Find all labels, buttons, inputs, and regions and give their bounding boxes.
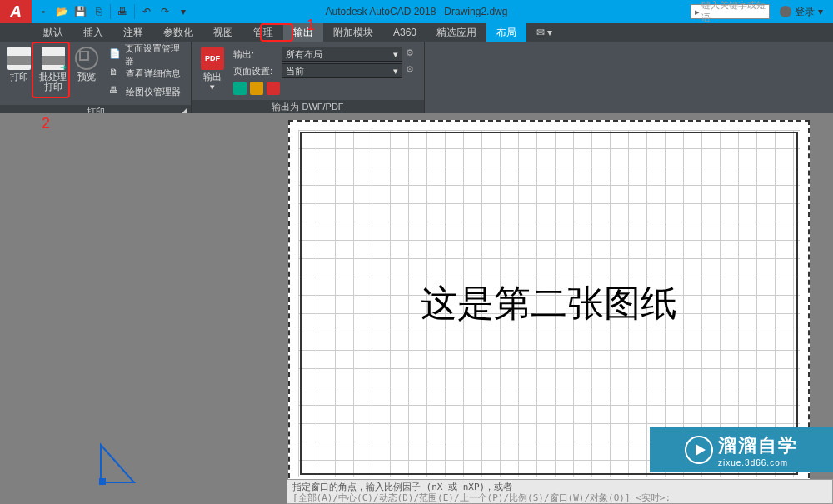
tab-output[interactable]: 输出 xyxy=(283,23,323,42)
tab-featured[interactable]: 精选应用 xyxy=(426,23,486,42)
tab-a360[interactable]: A360 xyxy=(383,23,426,42)
annotation-label-1: 1 xyxy=(307,17,315,34)
ribbon-panel-print: 打印 ➜ 批处理 打印 预览 📄 页面设置管理器 🗎 查看详细信息 xyxy=(0,42,192,113)
dwfx-icon[interactable] xyxy=(250,82,263,95)
title-bar: A ▫ 📂 💾 ⎘ 🖶 ↶ ↷ ▾ Autodesk AutoCAD 2018 … xyxy=(0,0,833,23)
tab-mail-icon[interactable]: ✉ ▾ xyxy=(526,27,562,38)
export-button[interactable]: PDF 输出▾ xyxy=(195,45,230,97)
output-settings-icon[interactable]: ⚙ xyxy=(406,47,419,61)
tab-manage[interactable]: 管理 xyxy=(243,23,283,42)
tab-view[interactable]: 视图 xyxy=(203,23,243,42)
ribbon-tabs: 默认 插入 注释 参数化 视图 管理 输出 附加模块 A360 精选应用 布局 … xyxy=(0,23,833,42)
printer-icon xyxy=(7,47,31,70)
batch-print-button[interactable]: ➜ 批处理 打印 xyxy=(37,45,68,102)
preview-button[interactable]: 预览 xyxy=(71,45,102,102)
tab-annotate[interactable]: 注释 xyxy=(113,23,153,42)
new-icon[interactable]: ▫ xyxy=(35,3,52,20)
redo-icon[interactable]: ↷ xyxy=(157,3,173,20)
ucs-icon[interactable] xyxy=(97,437,147,490)
tab-insert[interactable]: 插入 xyxy=(73,23,113,42)
page-setup-label: 页面设置: xyxy=(233,65,278,77)
command-line[interactable]: 指定窗口的角点，输入比例因子 (nX 或 nXP)，或者 [全部(A)/中心(C… xyxy=(287,479,833,504)
drawing-area[interactable]: 这是第二张图纸 溜溜自学 zixue.3d66.com 指定窗口的角点，输入比例… xyxy=(0,113,833,504)
saveas-icon[interactable]: ⎘ xyxy=(90,3,107,20)
panel-export-title: 输出为 DWF/PDF xyxy=(192,100,424,113)
login-button[interactable]: 登录 ▾ xyxy=(773,5,830,19)
window-title: Autodesk AutoCAD 2018 Drawing2.dwg xyxy=(326,6,508,17)
preview-icon xyxy=(75,47,98,70)
title-right: 键入关键字或短语 登录 ▾ xyxy=(691,4,833,19)
details-icon: 🗎 xyxy=(109,67,122,80)
page-setup-settings-icon[interactable]: ⚙ xyxy=(406,64,419,77)
svg-rect-0 xyxy=(99,478,106,485)
page-setup-icon: 📄 xyxy=(109,48,121,62)
print-button[interactable]: 打印 xyxy=(3,45,35,102)
pdf-icon-small[interactable] xyxy=(267,82,280,95)
play-icon xyxy=(685,436,713,464)
open-icon[interactable]: 📂 xyxy=(53,3,70,20)
annotation-label-2: 2 xyxy=(42,115,50,132)
qat-dropdown-icon[interactable]: ▾ xyxy=(175,3,192,20)
output-dropdown[interactable]: 所有布局 xyxy=(282,47,402,62)
quick-access-toolbar: ▫ 📂 💾 ⎘ 🖶 ↶ ↷ ▾ xyxy=(32,3,192,20)
tab-addins[interactable]: 附加模块 xyxy=(323,23,383,42)
undo-icon[interactable]: ↶ xyxy=(138,3,155,20)
export-settings: 输出: 所有布局 ⚙ 页面设置: 当前 ⚙ xyxy=(232,45,421,97)
dwf-icon[interactable] xyxy=(233,82,247,95)
tab-layout[interactable]: 布局 xyxy=(486,23,526,42)
watermark: 溜溜自学 zixue.3d66.com xyxy=(650,427,833,472)
tab-default[interactable]: 默认 xyxy=(33,23,73,42)
avatar-icon xyxy=(780,6,791,17)
save-icon[interactable]: 💾 xyxy=(72,3,88,20)
ribbon-panel-export: PDF 输出▾ 输出: 所有布局 ⚙ 页面设置: 当前 ⚙ xyxy=(192,42,425,113)
print-side-stack: 📄 页面设置管理器 🗎 查看详细信息 🖶 绘图仪管理器 xyxy=(104,45,187,102)
plotter-manager-button[interactable]: 🖶 绘图仪管理器 xyxy=(106,83,186,100)
drawing-text: 这是第二张图纸 xyxy=(421,279,677,328)
output-label: 输出: xyxy=(233,48,278,61)
plotter-icon: 🖶 xyxy=(109,85,122,98)
tab-parametric[interactable]: 参数化 xyxy=(153,23,203,42)
search-input[interactable]: 键入关键字或短语 xyxy=(691,4,770,19)
batch-printer-icon: ➜ xyxy=(42,47,65,70)
ribbon: 打印 ➜ 批处理 打印 预览 📄 页面设置管理器 🗎 查看详细信息 xyxy=(0,42,833,113)
page-setup-dropdown[interactable]: 当前 xyxy=(282,63,402,78)
view-details-button[interactable]: 🗎 查看详细信息 xyxy=(106,65,186,82)
pdf-icon: PDF xyxy=(201,47,224,70)
page-setup-manager-button[interactable]: 📄 页面设置管理器 xyxy=(106,47,186,63)
app-logo[interactable]: A xyxy=(0,0,32,23)
print-icon[interactable]: 🖶 xyxy=(114,3,131,20)
